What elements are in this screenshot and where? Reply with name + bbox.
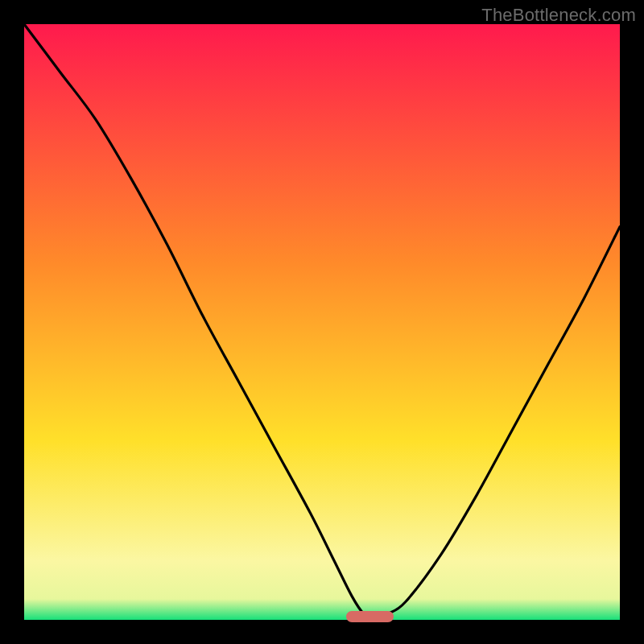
minimum-marker — [346, 611, 394, 622]
chart-container: TheBottleneck.com — [0, 0, 644, 644]
bottleneck-curve — [24, 24, 620, 620]
watermark-text: TheBottleneck.com — [481, 5, 636, 26]
plot-area — [24, 24, 620, 620]
